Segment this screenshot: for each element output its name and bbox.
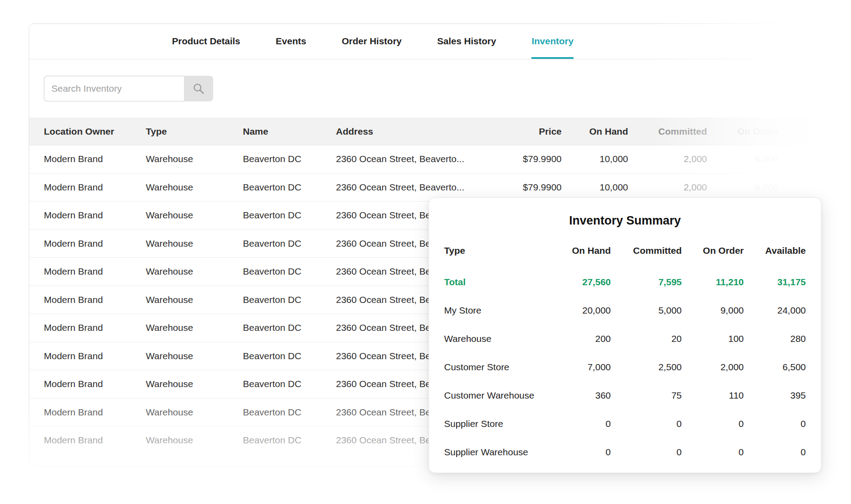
summary-cell-available: 395	[744, 390, 806, 401]
cell-type: Warehouse	[146, 210, 243, 221]
cell-name: Beaverton DC	[243, 351, 336, 361]
cell-name: Beaverton DC	[243, 379, 336, 389]
summary-cell-on-hand: 7,000	[544, 362, 611, 372]
column-header-price: Price	[491, 126, 562, 137]
column-header-type: Type	[146, 126, 243, 137]
search-input[interactable]	[44, 76, 184, 101]
summary-cell-type: Customer Store	[444, 362, 544, 372]
cell-price: $79.9900	[491, 182, 562, 193]
cell-type: Warehouse	[146, 266, 243, 277]
cell-name: Beaverton DC	[243, 182, 336, 193]
column-header-address: Address	[336, 126, 491, 137]
summary-table-body: Total 27,560 7,595 11,210 31,175 My Stor…	[444, 268, 806, 466]
search-bar	[29, 59, 824, 118]
summary-total-label: Total	[444, 277, 544, 287]
cell-on-hand: 10,000	[562, 154, 628, 164]
cell-location-owner: Modern Brand	[44, 295, 146, 305]
summary-column-on-order: On Order	[682, 245, 744, 256]
column-header-on-hand: On Hand	[562, 126, 628, 137]
cell-location-owner: Modern Brand	[44, 238, 146, 249]
tab-order-history[interactable]: Order History	[342, 24, 402, 59]
cell-location-owner: Modern Brand	[44, 154, 146, 164]
summary-cell-type: Customer Warehouse	[444, 390, 544, 401]
search-icon	[192, 82, 205, 95]
summary-cell-committed: 75	[611, 390, 682, 401]
summary-total-row: Total 27,560 7,595 11,210 31,175	[444, 268, 806, 296]
summary-cell-available: 0	[744, 447, 806, 457]
summary-row: Supplier Warehouse 0 0 0 0	[444, 438, 806, 466]
summary-cell-available: 0	[744, 419, 806, 429]
cell-type: Warehouse	[146, 182, 243, 193]
tab-sales-history[interactable]: Sales History	[437, 24, 496, 59]
column-header-on-order: On Order	[707, 126, 778, 137]
summary-row: My Store 20,000 5,000 9,000 24,000	[444, 296, 806, 325]
summary-row: Warehouse 200 20 100 280	[444, 325, 806, 353]
summary-total-on-hand: 27,560	[544, 277, 611, 287]
search-button[interactable]	[184, 76, 213, 101]
table-row[interactable]: Modern Brand Warehouse Beaverton DC 2360…	[29, 145, 824, 174]
cell-name: Beaverton DC	[243, 238, 336, 249]
cell-name: Beaverton DC	[243, 210, 336, 221]
summary-cell-committed: 2,500	[611, 362, 682, 372]
summary-total-available: 31,175	[744, 277, 806, 287]
tab-events[interactable]: Events	[276, 24, 306, 59]
summary-cell-committed: 0	[611, 447, 682, 457]
cell-location-owner: Modern Brand	[44, 407, 146, 418]
summary-cell-on-hand: 360	[544, 390, 611, 401]
cell-type: Warehouse	[146, 407, 243, 418]
summary-total-committed: 7,595	[611, 277, 682, 287]
summary-cell-committed: 20	[611, 333, 682, 344]
summary-cell-on-hand: 200	[544, 333, 611, 344]
tab-inventory[interactable]: Inventory	[531, 24, 574, 59]
summary-cell-committed: 5,000	[611, 305, 682, 316]
cell-name: Beaverton DC	[243, 266, 336, 277]
cell-type: Warehouse	[146, 295, 243, 305]
cell-type: Warehouse	[146, 238, 243, 249]
cell-type: Warehouse	[146, 154, 243, 164]
cell-type: Warehouse	[146, 322, 243, 333]
cell-name: Beaverton DC	[243, 435, 336, 446]
cell-location-owner: Modern Brand	[44, 435, 146, 446]
summary-cell-available: 6,500	[744, 362, 806, 372]
cell-type: Warehouse	[146, 435, 243, 446]
cell-on-order: 6,000	[707, 154, 778, 164]
cell-location-owner: Modern Brand	[44, 182, 146, 193]
summary-column-type: Type	[444, 245, 544, 256]
summary-cell-available: 24,000	[744, 305, 806, 316]
inventory-summary-popup: Inventory Summary Type On Hand Committed…	[429, 198, 821, 473]
summary-column-available: Available	[744, 245, 806, 256]
summary-table-header: Type On Hand Committed On Order Availabl…	[444, 241, 806, 260]
cell-name: Beaverton DC	[243, 407, 336, 418]
summary-row: Customer Store 7,000 2,500 2,000 6,500	[444, 353, 806, 381]
cell-on-hand: 10,000	[562, 182, 628, 193]
cell-address: 2360 Ocean Street, Beaverto...	[336, 182, 491, 193]
summary-title: Inventory Summary	[444, 213, 806, 228]
summary-cell-type: Supplier Store	[444, 419, 544, 429]
summary-cell-on-order: 100	[682, 333, 744, 344]
summary-row: Supplier Store 0 0 0 0	[444, 410, 806, 438]
column-header-name: Name	[243, 126, 336, 137]
summary-cell-on-hand: 0	[544, 447, 611, 457]
cell-committed: 2,000	[628, 154, 707, 164]
cell-location-owner: Modern Brand	[44, 322, 146, 333]
summary-cell-available: 280	[744, 333, 806, 344]
summary-column-committed: Committed	[611, 245, 682, 256]
cell-name: Beaverton DC	[243, 295, 336, 305]
summary-cell-type: Supplier Warehouse	[444, 447, 544, 457]
summary-cell-committed: 0	[611, 419, 682, 429]
cell-price: $79.9900	[491, 154, 562, 164]
cell-type: Warehouse	[146, 379, 243, 389]
cell-address: 2360 Ocean Street, Beaverto...	[336, 154, 491, 164]
summary-row: Customer Warehouse 360 75 110 395	[444, 381, 806, 410]
tab-product-details[interactable]: Product Details	[172, 24, 240, 59]
tab-bar: Product Details Events Order History Sal…	[29, 24, 824, 59]
summary-cell-on-hand: 0	[544, 419, 611, 429]
summary-column-on-hand: On Hand	[544, 245, 611, 256]
cell-name: Beaverton DC	[243, 322, 336, 333]
inventory-table-header: Location Owner Type Name Address Price O…	[29, 118, 824, 145]
summary-cell-on-order: 0	[682, 419, 744, 429]
cell-location-owner: Modern Brand	[44, 351, 146, 361]
cell-name: Beaverton DC	[243, 154, 336, 164]
summary-cell-type: My Store	[444, 305, 544, 316]
cell-on-order: 6,000	[707, 182, 778, 193]
